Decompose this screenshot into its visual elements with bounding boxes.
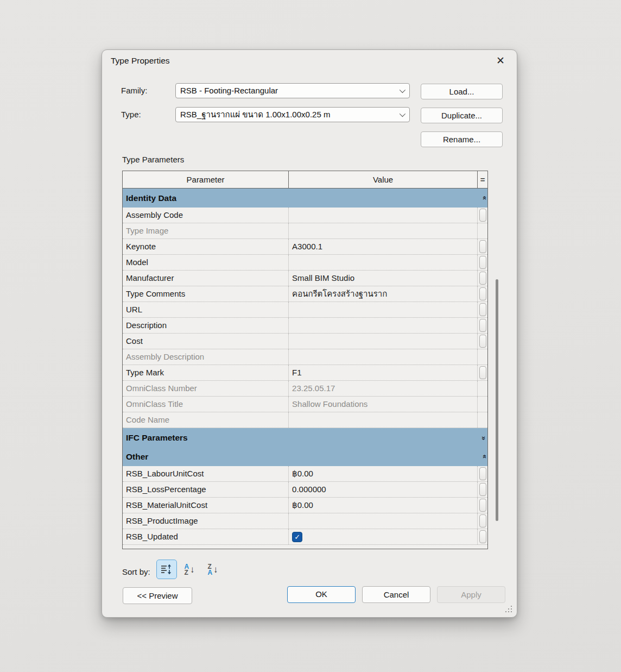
parameter-column-header[interactable]: Parameter: [123, 171, 289, 188]
apply-button[interactable]: Apply: [437, 586, 505, 603]
associate-cell: [478, 286, 487, 302]
parameter-name: OmniClass Title: [123, 397, 289, 412]
table-row: Type Image: [123, 223, 487, 239]
section-header-row[interactable]: Other»: [123, 447, 487, 466]
section-header-row[interactable]: IFC Parameters»: [123, 428, 487, 447]
cancel-button[interactable]: Cancel: [362, 586, 430, 603]
parameter-value[interactable]: [289, 318, 478, 333]
table-row: Type MarkF1: [123, 365, 487, 381]
table-filler: [123, 545, 487, 549]
parameter-value[interactable]: ✓: [289, 529, 478, 544]
table-row: Description: [123, 318, 487, 334]
chevron-down-icon: [400, 111, 405, 117]
associate-cell: [478, 255, 487, 270]
associate-cell: [478, 271, 487, 286]
parameter-name: RSB_LabourUnitCost: [123, 466, 289, 481]
parameter-value[interactable]: 0.000000: [289, 482, 478, 497]
parameter-value[interactable]: ฿0.00: [289, 498, 478, 513]
associate-parameter-button[interactable]: [479, 272, 486, 285]
associate-parameter-button[interactable]: [479, 530, 486, 543]
collapse-section-icon[interactable]: »: [479, 196, 487, 199]
parameter-name: RSB_MaterialUnitCost: [123, 498, 289, 513]
associate-parameter-button[interactable]: [479, 287, 486, 300]
ok-button[interactable]: OK: [287, 586, 356, 603]
parameter-name: RSB_LossPercentage: [123, 482, 289, 497]
parameter-value[interactable]: [289, 255, 478, 270]
associate-parameter-button[interactable]: [479, 499, 486, 512]
sort-by-label: Sort by:: [122, 567, 150, 576]
table-row: RSB_Updated✓: [123, 529, 487, 545]
parameter-name: Keynote: [123, 239, 289, 254]
dialog-title: Type Properties: [111, 56, 170, 66]
parameter-value[interactable]: A3000.1: [289, 239, 478, 254]
parameter-value[interactable]: ฿0.00: [289, 466, 478, 481]
family-dropdown[interactable]: RSB - Footing-Rectangular: [175, 83, 410, 98]
close-icon[interactable]: ✕: [494, 54, 507, 68]
associate-parameter-button[interactable]: [479, 303, 486, 316]
parameter-name: Manufacturer: [123, 271, 289, 286]
duplicate-button[interactable]: Duplicate...: [421, 108, 503, 123]
table-row: Assembly Code: [123, 208, 487, 223]
parameter-value: [289, 223, 478, 238]
parameter-value[interactable]: [289, 334, 478, 349]
sort-descending-button[interactable]: Z A ↓: [203, 561, 223, 579]
arrow-down-icon: ↓: [190, 564, 195, 575]
associate-parameter-button[interactable]: [479, 335, 486, 348]
associate-parameter-button[interactable]: [479, 319, 486, 332]
associate-parameter-button[interactable]: [479, 209, 486, 222]
type-dropdown[interactable]: RSB_ฐานรากแผ่ ขนาด 1.00x1.00x0.25 m: [175, 107, 410, 122]
parameter-name: Type Comments: [123, 286, 289, 302]
vertical-scrollbar-thumb[interactable]: [496, 279, 498, 521]
associate-cell: [478, 223, 487, 238]
parameter-value[interactable]: คอนกรีตโครงสร้างฐานราก: [289, 286, 478, 302]
checkbox-checked[interactable]: ✓: [292, 532, 302, 542]
sort-ascending-button[interactable]: A Z ↓: [180, 561, 199, 579]
parameter-value[interactable]: [289, 302, 478, 317]
section-header-row[interactable]: Identity Data»: [123, 189, 487, 208]
associate-cell: [478, 529, 487, 544]
family-label: Family:: [121, 83, 147, 98]
table-row: Cost: [123, 334, 487, 349]
parameter-value[interactable]: [289, 208, 478, 223]
associate-parameter-button[interactable]: [479, 483, 486, 496]
parameter-name: Model: [123, 255, 289, 270]
collapse-section-icon[interactable]: »: [479, 455, 487, 458]
sort-za-icon: Z A: [207, 564, 212, 576]
load-button[interactable]: Load...: [421, 84, 503, 99]
preview-button[interactable]: << Preview: [123, 587, 192, 604]
associate-cell: [478, 208, 487, 223]
value-column-header[interactable]: Value: [289, 171, 478, 188]
type-properties-dialog: Type Properties ✕ Family: RSB - Footing-…: [102, 49, 517, 618]
table-row: URL: [123, 302, 487, 318]
associate-parameter-button[interactable]: [479, 366, 486, 379]
chevron-down-icon: [400, 87, 405, 93]
associate-cell: [478, 239, 487, 254]
type-dropdown-value: RSB_ฐานรากแผ่ ขนาด 1.00x1.00x0.25 m: [180, 110, 330, 119]
associate-cell: [478, 365, 487, 380]
sort-az-icon: A Z: [184, 564, 189, 576]
section-title: Identity Data: [126, 193, 176, 203]
expand-section-icon[interactable]: »: [479, 436, 487, 439]
table-body: Identity Data»Assembly CodeType ImageKey…: [123, 189, 487, 549]
associate-cell: [478, 334, 487, 349]
associate-parameter-button[interactable]: [479, 240, 486, 253]
associate-parameter-button[interactable]: [479, 256, 486, 269]
resize-grip[interactable]: [505, 606, 512, 612]
type-parameters-table: Parameter Value = Identity Data»Assembly…: [122, 171, 488, 549]
associate-cell: [478, 466, 487, 481]
rename-button[interactable]: Rename...: [421, 131, 503, 147]
table-row: RSB_LossPercentage0.000000: [123, 482, 487, 498]
parameter-value[interactable]: [289, 513, 478, 529]
parameter-name: RSB_ProductImage: [123, 513, 289, 529]
parameter-value: Shallow Foundations: [289, 397, 478, 412]
associate-parameter-button[interactable]: [479, 514, 486, 527]
associate-cell: [478, 482, 487, 497]
parameter-value[interactable]: F1: [289, 365, 478, 380]
parameter-value[interactable]: Small BIM Studio: [289, 271, 478, 286]
associate-parameter-button[interactable]: [479, 467, 486, 480]
sort-builtin-order-button[interactable]: [156, 560, 177, 579]
table-row: KeynoteA3000.1: [123, 239, 487, 255]
associate-cell: [478, 498, 487, 513]
table-row: OmniClass TitleShallow Foundations: [123, 397, 487, 412]
table-row: RSB_ProductImage: [123, 513, 487, 529]
